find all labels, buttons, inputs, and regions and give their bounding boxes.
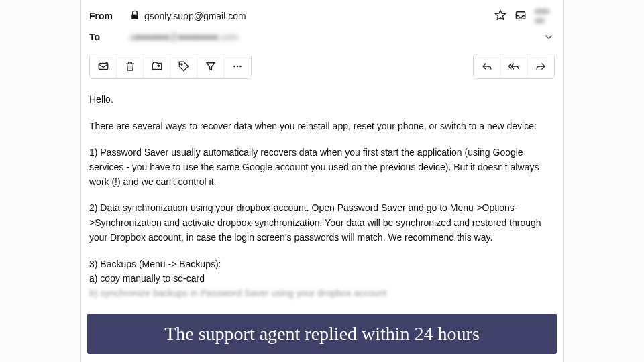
to-label: To (89, 32, 129, 42)
star-icon[interactable] (494, 9, 506, 23)
reply-all-button[interactable] (500, 54, 527, 78)
lock-icon (129, 10, 140, 23)
expand-recipients[interactable] (543, 31, 555, 43)
from-address: gsonly.supp@gmail.com (129, 10, 494, 23)
toolbar (81, 46, 563, 87)
more-button[interactable] (224, 54, 251, 78)
email-view: From gsonly.supp@gmail.com ■■■ ■■ To a (80, 0, 564, 362)
filter-button[interactable] (197, 54, 224, 78)
paragraph-2: 2) Data synchronization using your dropb… (89, 201, 555, 245)
paragraph-1: 1) Password Saver usually automatically … (89, 145, 555, 189)
email-body: Hello. There are several ways to recover… (81, 87, 563, 301)
toolbar-left (89, 54, 252, 79)
greeting: Hello. (89, 93, 555, 107)
move-button[interactable] (144, 54, 170, 78)
date-obscured: ■■■ ■■ (535, 7, 555, 25)
svg-point-2 (105, 62, 108, 65)
trash-button[interactable] (117, 54, 144, 78)
to-address: a■■■■■■@■■■■■■■.com (129, 32, 543, 42)
intro: There are several ways to recover data w… (89, 119, 555, 134)
mark-unread-button[interactable] (90, 54, 117, 78)
svg-point-4 (233, 66, 235, 68)
from-label: From (89, 11, 129, 21)
annotation-caption: The support agent replied within 24 hour… (87, 314, 557, 354)
svg-point-5 (237, 66, 239, 68)
header-actions: ■■■ ■■ (494, 7, 555, 25)
to-row: To a■■■■■■@■■■■■■■.com (89, 28, 555, 46)
to-address-obscured: a■■■■■■@■■■■■■■.com (129, 32, 238, 42)
from-row: From gsonly.supp@gmail.com ■■■ ■■ (89, 4, 555, 28)
label-button[interactable] (170, 54, 197, 78)
paragraph-3-head: 3) Backups (Menu -> Backups): (89, 257, 555, 272)
from-address-text: gsonly.supp@gmail.com (144, 11, 246, 21)
inbox-icon[interactable] (515, 9, 527, 23)
paragraph-3-b-cutoff: b) synchronize backups in Password Saver… (89, 286, 555, 301)
svg-point-3 (180, 64, 182, 65)
toolbar-right (473, 54, 555, 79)
paragraph-3-a: a) copy manually to sd-card (89, 272, 555, 286)
forward-button[interactable] (527, 54, 554, 78)
reply-button[interactable] (474, 54, 500, 78)
email-header: From gsonly.supp@gmail.com ■■■ ■■ To a (81, 0, 563, 46)
svg-point-6 (239, 66, 241, 68)
